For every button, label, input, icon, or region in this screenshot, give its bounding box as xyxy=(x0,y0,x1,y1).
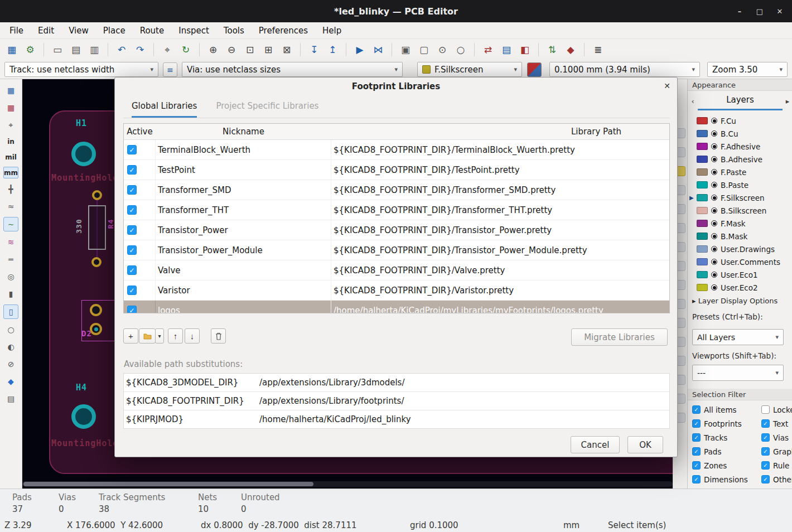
visibility-eye-icon[interactable] xyxy=(711,156,717,162)
substitution-row[interactable]: ${KICAD8_FOOTPRINT_DIR} /app/extensions/… xyxy=(124,392,669,410)
layer-row-fadhesive[interactable]: F.Adhesive xyxy=(688,140,792,153)
checkbox[interactable] xyxy=(761,461,770,470)
table-row-selected[interactable]: logos /home/halherta/KiCadProj/myLibrari… xyxy=(124,301,670,313)
drc-icon[interactable] xyxy=(563,42,578,57)
maximize-button[interactable]: □ xyxy=(751,3,769,19)
layer-color-swatch[interactable] xyxy=(697,130,708,137)
mirror-view-icon[interactable] xyxy=(371,42,385,57)
find-icon[interactable] xyxy=(160,42,175,57)
active-checkbox[interactable] xyxy=(127,225,137,235)
menu-preferences[interactable]: Preferences xyxy=(252,22,315,39)
delete-library-button[interactable] xyxy=(211,328,226,344)
library-browser-icon[interactable] xyxy=(499,42,514,57)
appearance-manager-icon[interactable] xyxy=(4,375,18,388)
cancel-button[interactable]: Cancel xyxy=(571,436,620,453)
viewports-select[interactable]: --- xyxy=(692,365,784,381)
net-highlight-icon[interactable] xyxy=(4,235,18,249)
menu-view[interactable]: View xyxy=(61,22,96,39)
checkbox[interactable] xyxy=(761,433,770,442)
layer-row-bsilkscreen[interactable]: B.Silkscreen xyxy=(688,204,792,217)
update-pcb-icon[interactable] xyxy=(545,42,559,57)
checkbox[interactable] xyxy=(692,405,701,414)
properties-panel-icon[interactable] xyxy=(4,392,18,405)
filter-text[interactable]: Text xyxy=(761,419,792,428)
zoom-fit-icon[interactable] xyxy=(243,42,257,57)
filter-rule-areas[interactable]: Rule Areas xyxy=(761,461,792,470)
layer-color-swatch[interactable] xyxy=(697,117,708,124)
pad-display-mode-icon[interactable] xyxy=(4,323,18,336)
layer-color-swatch[interactable] xyxy=(697,168,708,176)
pcb-value-mountinghole-1[interactable]: MountingHole xyxy=(51,173,118,183)
layer-color-swatch[interactable] xyxy=(697,194,708,201)
layer-row-fmask[interactable]: F.Mask xyxy=(688,217,792,230)
via-display-mode-icon[interactable] xyxy=(4,270,18,283)
migrate-libraries-button[interactable]: Migrate Libraries xyxy=(571,328,668,346)
layer-row-usercomments[interactable]: User.Comments xyxy=(688,255,792,268)
table-row[interactable]: TerminalBlock_Wuerth ${KICAD8_FOOTPRINT_… xyxy=(124,140,670,160)
table-row[interactable]: Varistor ${KICAD8_FOOTPRINT_DIR}/Varisto… xyxy=(124,280,670,301)
footprint-editor-icon[interactable] xyxy=(518,42,532,57)
layer-row-badhesive[interactable]: B.Adhesive xyxy=(688,153,792,166)
visibility-eye-icon[interactable] xyxy=(711,169,717,175)
layer-display-options-expander[interactable]: ▸ Layer Display Options xyxy=(692,297,777,305)
filter-other-items[interactable]: Other items xyxy=(761,475,792,484)
substitution-row[interactable]: ${KIPRJMOD} /home/halherta/KiCadProj/led… xyxy=(124,410,669,428)
active-checkbox[interactable] xyxy=(127,265,137,275)
grid-overrides-icon[interactable] xyxy=(4,101,18,114)
filter-locked-items[interactable]: Locked items xyxy=(761,405,792,414)
visibility-eye-icon[interactable] xyxy=(711,246,717,252)
tab-global-libraries[interactable]: Global Libraries xyxy=(132,101,197,118)
pcb-value-330[interactable]: 330 xyxy=(75,219,83,233)
plot-icon[interactable] xyxy=(87,42,102,57)
active-layer-select[interactable]: F.Silkscreen xyxy=(417,62,522,77)
edit-predefined-sizes-button[interactable]: ≡ xyxy=(163,62,177,77)
filter-vias[interactable]: Vias xyxy=(761,433,792,442)
header-nickname[interactable]: Nickname xyxy=(156,124,331,139)
exchange-footprints-icon[interactable] xyxy=(481,42,495,57)
scripting-console-icon[interactable] xyxy=(591,42,605,57)
filter-footprints[interactable]: Footprints xyxy=(688,419,761,428)
layer-row-fcu[interactable]: F.Cu xyxy=(688,114,792,127)
curved-ratsnest-icon[interactable] xyxy=(3,217,18,231)
table-row[interactable]: Transistor_Power_Module ${KICAD8_FOOTPRI… xyxy=(124,240,670,260)
substitution-row[interactable]: ${KICAD8_3DMODEL_DIR} /app/extensions/Li… xyxy=(124,374,669,392)
menu-tools[interactable]: Tools xyxy=(216,22,252,39)
header-active[interactable]: Active xyxy=(124,124,156,139)
layer-color-swatch[interactable] xyxy=(697,284,708,291)
layer-color-swatch[interactable] xyxy=(697,156,708,163)
menu-help[interactable]: Help xyxy=(315,22,349,39)
menu-place[interactable]: Place xyxy=(96,22,133,39)
mounting-hole-h4[interactable] xyxy=(71,404,96,429)
menu-inspect[interactable]: Inspect xyxy=(171,22,216,39)
menu-edit[interactable]: Edit xyxy=(31,22,61,39)
layer-color-swatch[interactable] xyxy=(697,258,708,265)
resistor-r4-body[interactable] xyxy=(88,205,106,250)
window-titlebar[interactable]: *led_blinky — PCB Editor – □ ✕ xyxy=(0,0,792,22)
visibility-eye-icon[interactable] xyxy=(711,143,717,149)
browse-libraries-button[interactable] xyxy=(139,328,156,344)
dialog-close-icon[interactable]: ✕ xyxy=(664,81,670,90)
checkbox[interactable] xyxy=(761,419,770,428)
filter-dimensions[interactable]: Dimensions xyxy=(688,475,761,484)
layer-row-usereco1[interactable]: User.Eco1 xyxy=(688,268,792,281)
board-setup-icon[interactable] xyxy=(23,42,37,57)
table-row[interactable]: TestPoint ${KICAD8_FOOTPRINT_DIR}/TestPo… xyxy=(124,160,670,180)
layer-color-swatch[interactable] xyxy=(697,181,708,188)
cursor-shape-icon[interactable] xyxy=(4,182,18,196)
tab-project-specific-libraries[interactable]: Project Specific Libraries xyxy=(216,101,318,118)
table-row[interactable]: Transistor_Power ${KICAD8_FOOTPRINT_DIR}… xyxy=(124,220,670,240)
tab-scroll-left-icon[interactable]: ‹ xyxy=(688,97,698,105)
layer-row-fpaste[interactable]: F.Paste xyxy=(688,166,792,178)
canvas-horizontal-scrollbar[interactable] xyxy=(22,481,673,487)
zoom-selection-icon[interactable] xyxy=(279,42,294,57)
checkbox[interactable] xyxy=(761,405,770,414)
checkbox[interactable] xyxy=(692,447,701,456)
pcb-ref-h1[interactable]: H1 xyxy=(76,118,87,128)
layer-color-swatch[interactable] xyxy=(697,220,708,227)
checkbox[interactable] xyxy=(692,475,701,483)
active-checkbox[interactable] xyxy=(127,245,137,255)
visibility-eye-icon[interactable] xyxy=(711,118,717,124)
zoom-select[interactable]: Zoom 3.50 xyxy=(707,62,788,77)
table-row[interactable]: Transformer_THT ${KICAD8_FOOTPRINT_DIR}/… xyxy=(124,200,670,220)
browse-dropdown-button[interactable] xyxy=(155,328,164,344)
